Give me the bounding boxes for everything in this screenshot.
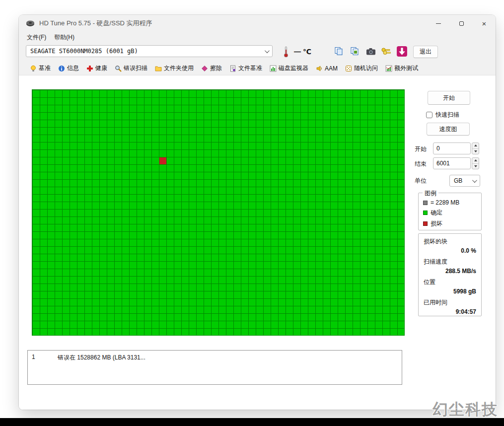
window-title: HD Tune Pro 5.75 - 硬盘/SSD 实用程序 xyxy=(39,19,152,28)
random-access-icon xyxy=(345,65,352,72)
unit-selector-value: GB xyxy=(454,177,462,184)
minimize-icon xyxy=(436,23,441,24)
copy-image-icon xyxy=(350,47,360,58)
block-size-label: = 2289 MB xyxy=(431,199,459,206)
tab-aam[interactable]: AAM xyxy=(316,65,338,72)
tab-health[interactable]: 健康 xyxy=(86,64,107,72)
tab-benchmark-label: 基准 xyxy=(39,64,51,72)
bad-block xyxy=(159,157,166,164)
legend-title: 图例 xyxy=(423,189,438,198)
maximize-button[interactable] xyxy=(450,15,473,32)
stat-damaged-blocks: 损坏的块 0.0 % xyxy=(419,234,481,254)
hdtune-logo-icon xyxy=(26,20,35,27)
scan-speed-label: 扫描速度 xyxy=(424,258,476,266)
position-label: 位置 xyxy=(424,278,476,286)
unit-selector[interactable]: GB xyxy=(449,175,480,187)
chevron-down-icon xyxy=(265,48,270,53)
info-icon xyxy=(58,65,65,72)
damaged-swatch xyxy=(423,221,428,226)
tab-disk-monitor[interactable]: 磁盘监视器 xyxy=(270,64,308,72)
screenshot-button[interactable] xyxy=(364,46,378,59)
drive-selector-value: SEAGATE ST6000NM0285 (6001 gB) xyxy=(30,48,138,55)
keys-icon xyxy=(381,47,391,58)
window-controls: × xyxy=(427,15,496,32)
error-row[interactable]: 1 错误在 1528862 MB (LBA 3131... xyxy=(28,351,402,362)
file-benchmark-icon xyxy=(229,65,236,72)
spin-up-icon[interactable] xyxy=(472,158,479,164)
menu-file[interactable]: 文件(F) xyxy=(23,32,50,43)
tab-info-label: 信息 xyxy=(67,64,79,72)
menu-help[interactable]: 帮助(H) xyxy=(50,32,78,43)
disk-monitor-icon xyxy=(270,65,277,72)
ok-swatch xyxy=(423,211,428,215)
close-button[interactable]: × xyxy=(473,15,496,32)
copy-text-button[interactable] xyxy=(332,46,346,59)
drive-selector[interactable]: SEAGATE ST6000NM0285 (6001 gB) xyxy=(26,45,273,57)
maximize-icon xyxy=(459,21,464,26)
registration-button[interactable] xyxy=(379,46,393,59)
damaged-blocks-label: 损坏的块 xyxy=(424,237,476,246)
tab-health-label: 健康 xyxy=(95,64,107,72)
damaged-label: 损坏 xyxy=(431,219,442,228)
start-input[interactable]: 0 xyxy=(433,142,471,154)
end-spinner[interactable] xyxy=(472,157,479,169)
start-input-value: 0 xyxy=(436,145,440,152)
start-button[interactable]: 开始 xyxy=(428,91,470,105)
tab-error-scan[interactable]: 错误扫描 xyxy=(115,64,147,72)
end-field-label: 结束 xyxy=(415,160,427,168)
quick-scan-checkbox[interactable] xyxy=(426,112,432,118)
tab-random-access[interactable]: 随机访问 xyxy=(345,64,378,72)
scan-grid[interactable] xyxy=(32,89,405,336)
tab-file-benchmark[interactable]: 文件基准 xyxy=(229,64,262,72)
tab-error-scan-label: 错误扫描 xyxy=(124,64,147,72)
ok-label: 确定 xyxy=(431,209,442,217)
thermometer-icon xyxy=(284,46,288,60)
spin-down-icon[interactable] xyxy=(472,149,479,154)
quick-scan-row[interactable]: 快速扫描 xyxy=(426,111,459,119)
toolbar: SEAGATE ST6000NM0285 (6001 gB) — ℃ xyxy=(19,43,496,62)
legend-box: 图例 = 2289 MB 确定 损坏 xyxy=(418,193,482,230)
tab-random-access-label: 随机访问 xyxy=(354,64,378,72)
position-value: 5998 gB xyxy=(424,288,476,295)
exit-button[interactable]: 退出 xyxy=(413,46,438,58)
damaged-blocks-value: 0.0 % xyxy=(424,247,476,254)
quick-scan-label: 快速扫描 xyxy=(435,111,459,119)
error-message: 错误在 1528862 MB (LBA 3131... xyxy=(58,354,145,362)
copy-text-icon xyxy=(334,47,344,58)
menu-bar: 文件(F) 帮助(H) xyxy=(19,32,496,43)
stat-scan-speed: 扫描速度 288.5 MB/s xyxy=(419,254,481,275)
chevron-down-icon xyxy=(472,178,477,183)
tab-folder-usage[interactable]: 文件夹使用 xyxy=(155,64,194,72)
tab-erase[interactable]: 擦除 xyxy=(201,64,222,72)
end-input[interactable]: 6001 xyxy=(433,157,471,169)
tab-file-benchmark-label: 文件基准 xyxy=(238,64,262,72)
save-results-button[interactable] xyxy=(395,46,409,59)
start-spinner[interactable] xyxy=(472,142,479,154)
unit-field-label: 单位 xyxy=(415,177,427,185)
tab-folder-usage-label: 文件夹使用 xyxy=(164,64,194,72)
content-area: 开始 快速扫描 速度图 开始 0 结束 6001 xyxy=(19,75,496,410)
tab-extra-tests[interactable]: 额外测试 xyxy=(385,64,418,72)
elapsed-time-label: 已用时间 xyxy=(424,298,476,307)
spin-up-icon[interactable] xyxy=(472,143,479,149)
tab-aam-label: AAM xyxy=(325,65,338,72)
end-input-group: 6001 xyxy=(433,157,479,169)
download-arrow-icon xyxy=(396,46,408,59)
health-icon xyxy=(86,65,93,72)
aam-speaker-icon xyxy=(316,65,323,72)
speed-map-button[interactable]: 速度图 xyxy=(427,123,470,136)
start-field-label: 开始 xyxy=(415,145,427,153)
elapsed-time-value: 9:04:57 xyxy=(424,308,476,315)
copy-image-button[interactable] xyxy=(348,46,361,59)
error-index: 1 xyxy=(32,354,58,362)
error-list[interactable]: 1 错误在 1528862 MB (LBA 3131... xyxy=(27,350,402,385)
app-window: HD Tune Pro 5.75 - 硬盘/SSD 实用程序 × 文件(F) 帮… xyxy=(19,15,496,410)
tab-info[interactable]: 信息 xyxy=(58,64,79,72)
minimize-button[interactable] xyxy=(427,15,450,32)
temperature-reading: — ℃ xyxy=(294,48,311,56)
spin-down-icon[interactable] xyxy=(472,164,479,169)
extra-tests-icon xyxy=(385,65,392,72)
close-icon: × xyxy=(482,20,487,27)
tab-benchmark[interactable]: 基准 xyxy=(30,64,51,72)
folder-usage-icon xyxy=(155,65,162,72)
